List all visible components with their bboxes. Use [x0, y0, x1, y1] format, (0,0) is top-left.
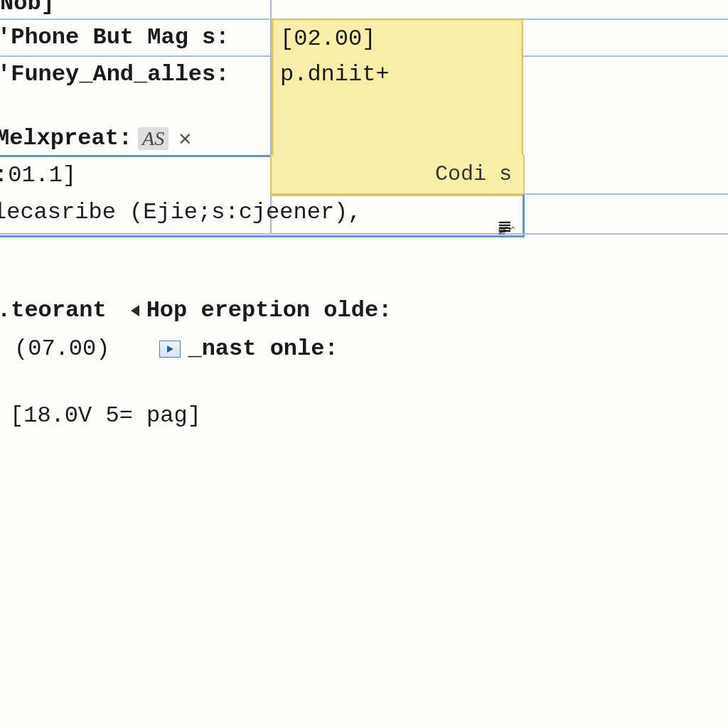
svg-marker-0: [167, 346, 173, 353]
badge-as[interactable]: AS: [138, 127, 168, 150]
row-bracket: [18.0V 5= pag]: [10, 402, 201, 429]
label-melxpreat: Melxpreat:: [0, 125, 132, 151]
row-melxpreat[interactable]: Melxpreat: AS ✕: [0, 125, 191, 151]
label-nob: Nob]: [0, 0, 55, 16]
arrow-left-icon[interactable]: [131, 305, 139, 316]
label-funey: 'Funey_And_alles:: [0, 61, 229, 87]
label-teorant: .teorant: [0, 297, 107, 323]
label-hop: Hop ereption olde:: [146, 297, 392, 323]
label-phone: 'Phone But Mag s:: [0, 24, 229, 50]
value-bracket: [18.0V 5= pag]: [10, 402, 201, 429]
row-teorant[interactable]: .teorant Hop ereption olde:: [0, 297, 392, 323]
close-icon[interactable]: ✕: [178, 125, 191, 151]
value-paren: (07.00): [14, 336, 109, 362]
play-icon[interactable]: [159, 341, 181, 358]
resize-cursor-icon: 𝌆: [498, 218, 512, 237]
value-funey: p.dniit+: [280, 61, 390, 87]
value-lecasribe: lecasribe (Ejie;s:cjeener),: [0, 199, 361, 225]
value-timestamp: :01.1]: [0, 162, 76, 188]
row-nast[interactable]: (07.00) _nast onle:: [14, 336, 338, 362]
popup-label: Codi s: [435, 162, 512, 186]
value-phone: [02.00]: [280, 26, 375, 52]
label-nast: _nast onle:: [188, 336, 338, 362]
